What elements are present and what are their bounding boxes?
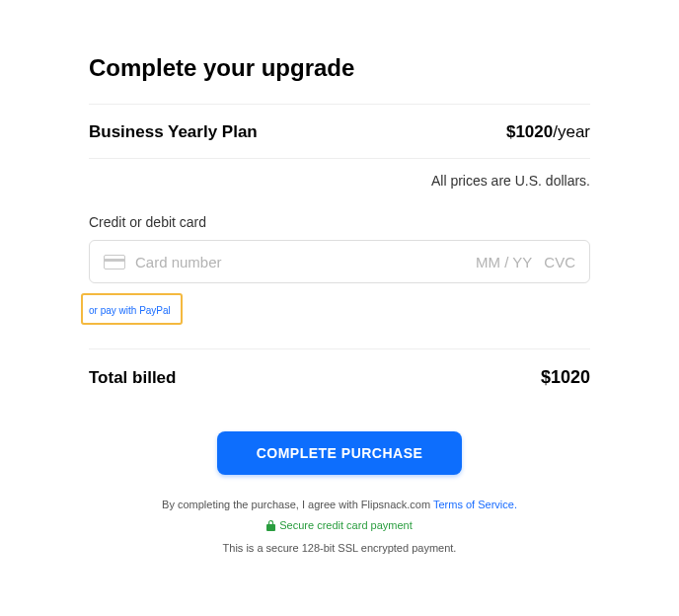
total-row: Total billed $1020 [89,349,590,406]
card-expiry-placeholder: MM / YY [476,254,532,270]
footer-text: By completing the purchase, I agree with… [89,495,590,559]
plan-name: Business Yearly Plan [89,122,258,142]
card-cvc-placeholder: CVC [544,254,575,270]
currency-note: All prices are U.S. dollars. [89,159,590,214]
total-amount: $1020 [541,367,590,388]
secure-line-wrap: Secure credit card payment [89,515,590,538]
agree-prefix: By completing the purchase, I agree with… [162,499,433,510]
secure-payment-line: Secure credit card payment [266,515,413,536]
agree-line: By completing the purchase, I agree with… [89,495,590,515]
complete-purchase-button[interactable]: COMPLETE PURCHASE [217,431,463,475]
paypal-highlight-box: or pay with PayPal [81,293,183,325]
lock-icon [266,520,275,531]
secure-payment-text: Secure credit card payment [279,515,413,536]
card-input[interactable]: Card number MM / YY CVC [89,240,590,283]
ssl-line: This is a secure 128-bit SSL encrypted p… [89,538,590,559]
total-label: Total billed [89,368,176,388]
plan-price-amount: $1020 [506,122,553,141]
card-number-placeholder: Card number [135,254,476,270]
credit-card-icon [104,255,125,270]
checkout-form: Complete your upgrade Business Yearly Pl… [89,54,590,559]
page-title: Complete your upgrade [89,54,590,104]
plan-row: Business Yearly Plan $1020/year [89,105,590,158]
plan-price: $1020/year [506,122,590,142]
terms-of-service-link[interactable]: Terms of Service. [433,499,517,510]
plan-price-period: /year [553,122,590,141]
button-row: COMPLETE PURCHASE [89,406,590,495]
card-field-label: Credit or debit card [89,214,590,230]
paypal-link[interactable]: or pay with PayPal [89,305,171,316]
